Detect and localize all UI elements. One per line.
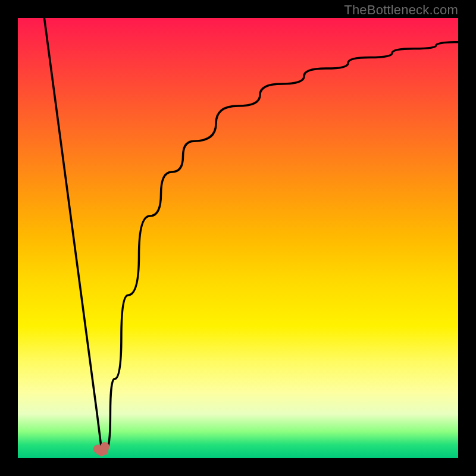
plot-area: [18, 18, 458, 458]
left-branch-curve: [44, 18, 101, 449]
heart-icon: [98, 441, 110, 456]
attribution-text: TheBottleneck.com: [344, 2, 458, 18]
curve-svg: [18, 18, 458, 458]
right-branch-curve: [106, 42, 458, 450]
chart-frame: TheBottleneck.com: [0, 0, 476, 476]
